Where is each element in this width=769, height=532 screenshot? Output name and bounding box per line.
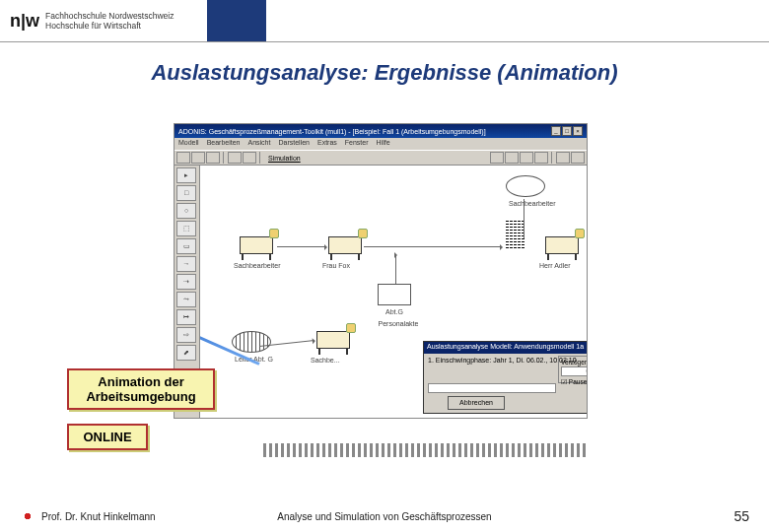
institution-logo: n|w Fachhochschule Nordwestschweiz Hochs… <box>0 0 207 41</box>
pause-checkbox[interactable]: Pause <box>569 378 587 385</box>
palette-tool[interactable]: ▭ <box>176 238 196 254</box>
toolbar-button[interactable] <box>556 152 570 164</box>
callout-animation: Animation der Arbeitsumgebung <box>67 368 215 410</box>
simulation-dialog: Auslastungsanalyse Modell: Anwendungsmod… <box>423 341 587 414</box>
menu-item[interactable]: Extras <box>317 139 337 149</box>
app-titlebar: ADONIS: Geschäftsprozeßmanagement-Toolki… <box>175 124 587 138</box>
palette-tool[interactable]: → <box>176 256 196 272</box>
workstation-node: Sachbe... <box>316 331 350 349</box>
workstation-node: Frau Fox <box>328 236 362 254</box>
dialog-title: Auslastungsanalyse Modell: Anwendungsmod… <box>427 343 584 353</box>
workstation-node: Herr Adler <box>545 236 579 254</box>
model-canvas[interactable]: Sachbearbeiter Sachbearbeiter Frau Fox H… <box>200 166 587 418</box>
person-icon <box>269 229 279 238</box>
toolbar-tab-simulation[interactable]: Simulation <box>268 155 301 162</box>
connector-arrow <box>364 246 502 247</box>
connector-arrow <box>277 246 326 247</box>
callout-online: ONLINE <box>67 424 148 450</box>
close-icon[interactable]: × <box>573 126 583 136</box>
connector-line <box>395 254 396 284</box>
palette-tool[interactable]: ⇢ <box>176 274 196 290</box>
institution-line2: Hochschule für Wirtschaft <box>45 21 174 31</box>
toolbar-button[interactable] <box>505 152 519 164</box>
menu-item[interactable]: Darstellen <box>278 139 310 149</box>
menu-item[interactable]: Fenster <box>345 139 369 149</box>
role-node: Sachbearbeiter <box>506 175 545 197</box>
delay-value-field[interactable]: 0.000 <box>561 366 587 376</box>
palette-tool[interactable]: ▸ <box>176 167 196 183</box>
minimize-icon[interactable]: _ <box>551 126 561 136</box>
palette-tool[interactable]: □ <box>176 185 196 201</box>
rooster-icon <box>20 508 35 524</box>
institution-line1: Fachhochschule Nordwestschweiz <box>45 11 174 21</box>
slide-footer: Prof. Dr. Knut Hinkelmann Analyse und Si… <box>0 508 769 524</box>
person-icon <box>358 229 368 238</box>
resource-node: Abt.G Personalakte <box>378 284 411 305</box>
header-divider <box>0 41 769 42</box>
palette-tool[interactable]: ○ <box>176 203 196 219</box>
delay-group: Verzögerung: 0.000 ☑ Pause <box>558 356 587 383</box>
footer-title: Analyse und Simulation von Geschäftsproz… <box>277 511 491 522</box>
menu-item[interactable]: Modell <box>178 139 199 149</box>
maximize-icon[interactable]: □ <box>562 126 572 136</box>
toolbar-button[interactable] <box>191 152 205 164</box>
menu-item[interactable]: Hilfe <box>377 139 390 149</box>
palette-tool[interactable]: ⇨ <box>176 327 196 343</box>
toolbar-button[interactable] <box>520 152 533 164</box>
footer-author: Prof. Dr. Knut Hinkelmann <box>41 511 156 522</box>
app-toolbar: Simulation <box>175 150 587 166</box>
progress-bar <box>428 383 556 393</box>
menu-item[interactable]: Bearbeiten <box>207 139 241 149</box>
toolbar-button[interactable] <box>243 152 256 164</box>
role-node: Leiter Abt. G <box>232 331 271 353</box>
palette-tool[interactable]: ⬈ <box>176 345 196 361</box>
toolbar-button[interactable] <box>206 152 220 164</box>
adonis-application-window: ADONIS: Geschäftsprozeßmanagement-Toolki… <box>174 123 588 419</box>
toolbar-button[interactable] <box>176 152 190 164</box>
cancel-button[interactable]: Abbrechen <box>448 396 505 410</box>
hatch-bar <box>263 443 589 457</box>
page-number: 55 <box>734 508 749 524</box>
person-icon <box>346 323 356 333</box>
connector-line <box>524 199 524 238</box>
toolbar-button[interactable] <box>490 152 504 164</box>
app-menubar: Modell Bearbeiten Ansicht Darstellen Ext… <box>175 138 587 150</box>
menu-item[interactable]: Ansicht <box>247 139 270 149</box>
app-title-text: ADONIS: Geschäftsprozeßmanagement-Toolki… <box>178 128 486 135</box>
palette-tool[interactable]: ⬚ <box>176 221 196 236</box>
workstation-node: Sachbearbeiter <box>240 236 273 254</box>
header-accent-block <box>207 0 266 41</box>
person-icon <box>575 229 585 238</box>
palette-tool[interactable]: ↦ <box>176 309 196 325</box>
slide-title: Auslastungsanalyse: Ergebnisse (Animatio… <box>0 60 769 86</box>
toolbar-button[interactable] <box>534 152 548 164</box>
palette-tool[interactable]: ⤳ <box>176 292 196 307</box>
toolbar-button[interactable] <box>571 152 585 164</box>
toolbar-button[interactable] <box>228 152 242 164</box>
